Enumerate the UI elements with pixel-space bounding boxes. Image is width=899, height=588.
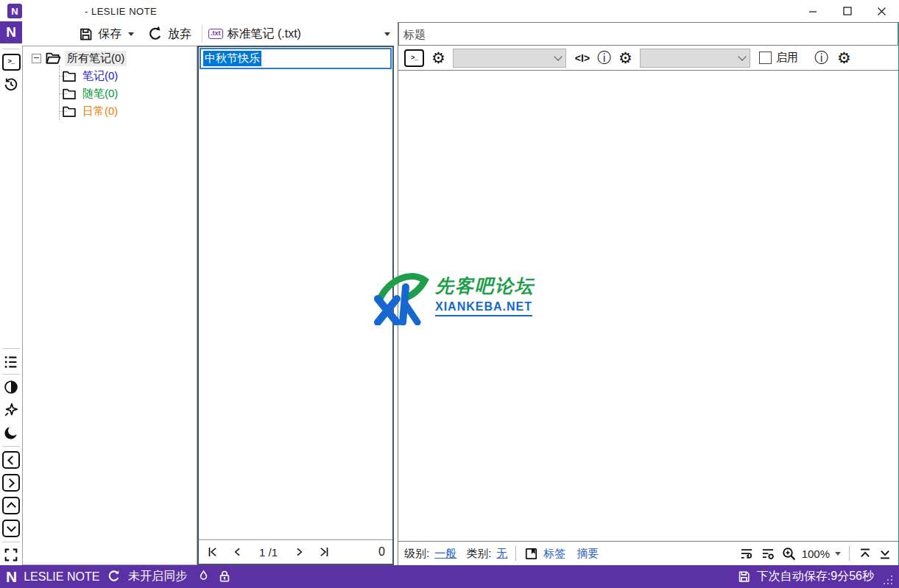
bookmark-icon[interactable]	[524, 547, 538, 561]
page-indicator: 1 /1	[259, 546, 278, 559]
chevron-left-square-icon	[2, 451, 20, 469]
discard-button[interactable]: 放弃	[147, 26, 191, 42]
note-type-caret[interactable]	[384, 32, 390, 36]
panel-up-button[interactable]	[0, 495, 22, 516]
lock-icon[interactable]	[217, 569, 232, 584]
history-button[interactable]	[0, 74, 22, 95]
word-wrap-icon[interactable]	[738, 546, 755, 561]
collapse-icon[interactable]	[32, 54, 41, 63]
sync-icon[interactable]	[106, 569, 121, 584]
panel-down-button[interactable]	[0, 518, 22, 539]
terminal-icon: >_	[2, 54, 21, 71]
status-app-name: LESLIE NOTE	[24, 570, 99, 584]
main-toolbar: 保存 放弃 .txt 标准笔记 (.txt)	[22, 22, 394, 46]
tree-item-label: 所有笔记(0)	[65, 51, 127, 66]
note-type-label: 标准笔记 (.txt)	[228, 26, 301, 42]
enable-label: 启用	[776, 51, 798, 65]
enable-checkbox[interactable]	[759, 52, 772, 64]
autosave-icon	[737, 570, 751, 584]
selected-note-text: 中秋节快乐	[203, 51, 261, 66]
info-icon[interactable]: ⓘ	[597, 51, 611, 65]
note-title-edit[interactable]: 中秋节快乐	[200, 48, 392, 69]
level-link[interactable]: 一般	[434, 547, 456, 561]
pin-button[interactable]	[0, 400, 22, 420]
statusbar: N LESLIE NOTE 未开启同步 下次自动保存:9分56秒	[0, 565, 899, 588]
minimize-button[interactable]	[795, 0, 830, 22]
left-rail: N >_	[0, 22, 23, 565]
note-title-input[interactable]	[399, 23, 898, 45]
list-icon	[3, 354, 19, 370]
sidebar-item-all-notes[interactable]: 所有笔记(0)	[23, 49, 197, 67]
scroll-top-button[interactable]	[858, 547, 872, 561]
dark-mode-button[interactable]	[0, 422, 22, 443]
fullscreen-icon	[3, 547, 19, 563]
next-page-button[interactable]	[294, 545, 306, 559]
gear-icon[interactable]: ⚙	[618, 50, 632, 65]
sync-status[interactable]: 未开启同步	[128, 569, 187, 584]
info-icon[interactable]: ⓘ	[814, 51, 828, 65]
sidebar-item-essays[interactable]: 随笔(0)	[62, 85, 197, 102]
tree-item-label: 随笔(0)	[80, 86, 120, 102]
flame-icon[interactable]	[197, 569, 211, 584]
discard-label: 放弃	[168, 26, 191, 42]
save-icon	[78, 26, 94, 42]
sidebar-item-daily[interactable]: 日常(0)	[62, 102, 197, 120]
history-icon	[3, 77, 19, 93]
close-button[interactable]	[864, 0, 899, 22]
maximize-button[interactable]	[830, 0, 864, 22]
resize-grip[interactable]	[883, 575, 893, 585]
note-type-selector[interactable]: .txt 标准笔记 (.txt)	[208, 26, 301, 42]
tree-item-label: 日常(0)	[80, 104, 120, 119]
prev-page-button[interactable]	[231, 545, 243, 559]
first-page-button[interactable]	[206, 545, 219, 559]
panel-left-button[interactable]	[0, 450, 22, 470]
plugin-combobox-1[interactable]	[453, 49, 566, 68]
chevron-down-square-icon	[2, 520, 20, 537]
summary-link[interactable]: 摘要	[577, 547, 599, 561]
watermark-title: 先客吧论坛	[435, 274, 535, 298]
close-icon	[876, 6, 887, 17]
category-link[interactable]: 无	[496, 547, 507, 561]
outline-list-button[interactable]	[0, 352, 22, 372]
editor-footer: 级别: 一般 类别: 无 标签 摘要 100%	[398, 541, 898, 565]
watermark-text: 先客吧论坛 XIANKEBA.NET	[435, 274, 535, 316]
window-title: - LESLIE NOTE	[85, 6, 157, 17]
last-page-button[interactable]	[317, 545, 331, 559]
gear-icon[interactable]: ⚙	[837, 50, 851, 65]
rail-divider	[2, 374, 20, 375]
titlebar: N - LESLIE NOTE	[0, 0, 899, 22]
zoom-in-icon[interactable]	[781, 546, 797, 562]
folder-icon	[62, 105, 77, 118]
contrast-icon	[3, 379, 19, 395]
chevron-right-square-icon	[2, 474, 20, 492]
panel-right-button[interactable]	[0, 472, 22, 493]
sidebar-item-notes[interactable]: 笔记(0)	[62, 67, 197, 85]
contrast-button[interactable]	[0, 377, 22, 397]
moon-icon	[3, 425, 19, 441]
rail-divider	[2, 348, 20, 349]
category-label: 类别:	[466, 547, 491, 561]
watermark-logo	[370, 269, 429, 325]
watermark-url: XIANKEBA.NET	[435, 300, 532, 316]
zoom-caret[interactable]	[835, 552, 841, 556]
gear-icon[interactable]: ⚙	[431, 50, 445, 65]
wrap-settings-icon[interactable]	[760, 546, 776, 561]
fullscreen-button[interactable]	[0, 545, 22, 565]
app-logo-icon: N	[6, 568, 17, 586]
terminal-icon[interactable]: >_	[404, 49, 424, 67]
minimize-icon	[808, 6, 818, 16]
save-button[interactable]: 保存	[78, 26, 121, 42]
pin-icon	[3, 402, 19, 418]
maximize-icon	[842, 6, 853, 16]
text-cursor-icon[interactable]: <I>	[575, 52, 590, 64]
command-button[interactable]: >_	[0, 52, 22, 72]
footer-separator	[849, 546, 850, 561]
plugin-combobox-2[interactable]	[640, 49, 750, 68]
scroll-bottom-button[interactable]	[878, 547, 892, 561]
tags-link[interactable]: 标签	[543, 547, 565, 561]
zoom-level[interactable]: 100%	[802, 548, 830, 560]
save-label: 保存	[98, 26, 121, 42]
save-dropdown-caret[interactable]	[128, 32, 134, 36]
undo-icon	[147, 26, 163, 42]
app-logo-button[interactable]: N	[0, 22, 22, 43]
